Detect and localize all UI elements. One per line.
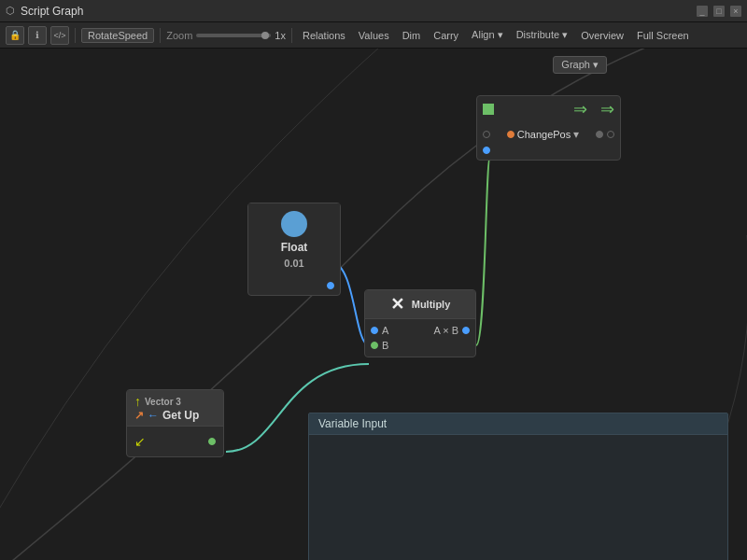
vector-header: ↑ Vector 3 ↗ ← Get Up (127, 390, 223, 427)
nav-align[interactable]: Align ▾ (467, 28, 508, 42)
win-close[interactable]: × (730, 6, 741, 17)
nav-overview[interactable]: Overview (576, 29, 628, 42)
zoom-container: Zoom 1x (166, 30, 286, 41)
node-changepos: ⇒ ⇒ ChangePos ▾ (476, 95, 621, 161)
vector-down-arrow-icon: ↙ (134, 434, 146, 449)
vector-move-icon: ↗ (134, 409, 144, 422)
float-out-port (248, 280, 340, 291)
multiply-port-b-label: B (382, 340, 388, 351)
win-minimize[interactable]: _ (697, 6, 708, 17)
changepos-center: ChangePos ▾ (507, 128, 580, 141)
multiply-port-axb-label: A × B (433, 325, 458, 336)
changepos-dropdown[interactable]: ▾ (573, 128, 579, 141)
multiply-port-a-row: A (371, 325, 388, 336)
vector-sub-label: Vector 3 (145, 397, 181, 407)
multiply-header: ✕ Multiply (365, 290, 475, 319)
float-header: Float 0.01 (248, 203, 340, 276)
changepos-port-in[interactable] (483, 131, 490, 138)
changepos-port-out[interactable] (596, 131, 603, 138)
variable-input-header: Variable Input (309, 413, 727, 435)
graph-label-text: Graph ▾ (561, 59, 599, 71)
vector-port-out[interactable] (208, 438, 216, 445)
rotate-speed-label: RotateSpeed (81, 28, 154, 43)
float-body (248, 276, 340, 295)
toolbar: 🔒 ℹ </> RotateSpeed Zoom 1x Relations Va… (0, 22, 747, 49)
float-value: 0.01 (284, 258, 303, 269)
vector-label: Get Up (162, 409, 199, 422)
multiply-label: Multiply (412, 299, 451, 310)
node-vector: ↑ Vector 3 ↗ ← Get Up ↙ (126, 389, 224, 457)
exec-arrow-out: ⇒ (600, 99, 614, 119)
multiply-port-a-in[interactable] (371, 327, 378, 334)
sep1 (75, 28, 76, 43)
lock-button[interactable]: 🔒 (6, 26, 24, 45)
node-multiply: ✕ Multiply A A × B B (364, 289, 476, 357)
zoom-slider[interactable] (196, 34, 271, 37)
multiply-port-axb-row: A × B (433, 325, 470, 336)
exec-arrow-right: ⇒ (573, 99, 587, 119)
nav-fullscreen[interactable]: Full Screen (632, 29, 694, 42)
changepos-right (596, 131, 614, 138)
changepos-main-row: ChangePos ▾ (477, 126, 620, 143)
changepos-left (483, 131, 490, 138)
multiply-icon: ✕ (390, 294, 404, 315)
changepos-sub-port (477, 145, 620, 156)
changepos-label: ChangePos (517, 129, 571, 140)
win-maximize[interactable]: □ (713, 6, 725, 17)
changepos-exec-in[interactable] (483, 104, 494, 115)
multiply-port-a-label: A (382, 325, 388, 336)
multiply-port-axb-out[interactable] (462, 327, 470, 334)
changepos-port-orange[interactable] (507, 131, 514, 138)
graph-label[interactable]: Graph ▾ (553, 56, 607, 74)
changepos-port-empty[interactable] (607, 131, 614, 138)
nav-values[interactable]: Values (354, 29, 394, 42)
vector-left-icon: ← (148, 409, 159, 422)
nav-carry[interactable]: Carry (429, 29, 463, 42)
node-float: Float 0.01 (247, 203, 341, 296)
app-icon: ⬡ (6, 5, 15, 17)
float-label: Float (281, 241, 308, 254)
vector-up-arrow-icon: ↑ (134, 394, 141, 409)
variable-input-panel: Variable Input (308, 413, 728, 560)
float-port-out[interactable] (327, 282, 334, 289)
multiply-port-b-in[interactable] (371, 342, 378, 349)
nav-distribute[interactable]: Distribute ▾ (512, 28, 573, 42)
float-circle (281, 211, 307, 237)
sep2 (160, 28, 161, 43)
app-title: Script Graph (21, 5, 691, 18)
titlebar: ⬡ Script Graph _ □ × (0, 0, 747, 22)
canvas-area[interactable]: Graph ▾ ⇒ ⇒ ChangePos ▾ (0, 49, 747, 560)
variable-input-title: Variable Input (318, 417, 387, 430)
multiply-body: A A × B B (365, 319, 475, 357)
sep3 (291, 28, 292, 43)
nav-dim[interactable]: Dim (398, 29, 426, 42)
code-button[interactable]: </> (50, 26, 69, 45)
changepos-exec-row: ⇒ ⇒ (477, 96, 620, 122)
zoom-value: 1x (275, 30, 286, 41)
multiply-port-b-row: B (365, 338, 475, 353)
changepos-body: ChangePos ▾ (477, 122, 620, 160)
vector-body: ↙ (127, 427, 223, 456)
nav-relations[interactable]: Relations (298, 29, 350, 42)
info-button[interactable]: ℹ (28, 26, 47, 45)
changepos-port-blue[interactable] (483, 147, 490, 154)
zoom-label: Zoom (166, 30, 192, 41)
